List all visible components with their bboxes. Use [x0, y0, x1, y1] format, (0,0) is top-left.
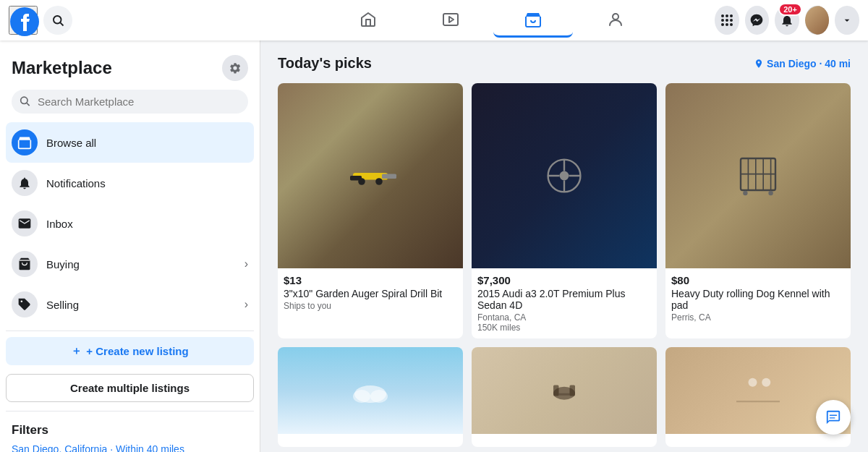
svg-point-7: [726, 14, 728, 17]
listing-image-drill-bit: [278, 83, 463, 268]
svg-rect-3: [443, 14, 458, 25]
sidebar-item-buying[interactable]: Buying ›: [6, 244, 254, 284]
nav-home-button[interactable]: [328, 3, 408, 38]
listing-card-drill-bit[interactable]: $13 3"x10" Garden Auger Spiral Drill Bit…: [278, 83, 463, 338]
svg-rect-21: [382, 174, 396, 179]
nav-marketplace-button[interactable]: [493, 3, 573, 38]
listing-image-room: [472, 347, 657, 434]
svg-point-40: [370, 390, 388, 403]
buying-icon: [12, 251, 38, 277]
svg-point-6: [721, 14, 724, 17]
listing-info-audi: $7,300 2015 Audi a3 2.0T Premium Plus Se…: [472, 268, 657, 338]
svg-point-13: [726, 23, 728, 26]
listing-card-audi[interactable]: $7,300 2015 Audi a3 2.0T Premium Plus Se…: [472, 83, 657, 338]
avatar-button[interactable]: [805, 6, 830, 35]
nav-profile-button[interactable]: [576, 3, 655, 38]
selling-arrow-icon: ›: [244, 298, 248, 311]
nav-watch-button[interactable]: [411, 3, 490, 38]
topnav-search-button[interactable]: [43, 6, 72, 35]
listing-sub2-audi: 150K miles: [477, 323, 651, 333]
svg-point-45: [749, 378, 757, 387]
selling-label: Selling: [46, 299, 79, 311]
sidebar-item-inbox[interactable]: Inbox: [6, 203, 254, 244]
sidebar-header: Marketplace: [6, 49, 254, 90]
svg-point-12: [721, 23, 724, 26]
sidebar-item-browse-all[interactable]: Browse all: [6, 122, 254, 163]
listing-sub1-audi: Fontana, CA: [477, 312, 651, 323]
svg-line-2: [60, 22, 63, 25]
location-text: San Diego · 40 mi: [767, 58, 851, 69]
marketplace-search-container: [12, 90, 248, 114]
inbox-icon: [12, 210, 38, 236]
listing-card-sky[interactable]: [278, 347, 463, 447]
notifications-button[interactable]: 20+: [775, 6, 799, 35]
listing-card-room[interactable]: [472, 347, 657, 447]
topnav-center: [269, 3, 715, 38]
buying-label: Buying: [46, 258, 80, 270]
main-content: Today's picks San Diego · 40 mi: [260, 40, 868, 452]
svg-point-39: [353, 390, 370, 403]
notifications-sidebar-icon: [12, 170, 38, 196]
svg-point-22: [358, 178, 365, 185]
listing-name-drill-bit: 3"x10" Garden Auger Spiral Drill Bit: [284, 288, 457, 299]
location-label[interactable]: San Diego · 40 mi: [754, 58, 851, 69]
listing-info-sky: [278, 434, 463, 447]
listing-info-drill-bit: $13 3"x10" Garden Auger Spiral Drill Bit…: [278, 268, 463, 317]
sidebar-divider-2: [6, 411, 254, 412]
settings-gear-button[interactable]: [222, 55, 248, 81]
svg-point-36: [743, 191, 747, 195]
listing-price-drill-bit: $13: [284, 274, 457, 286]
svg-point-11: [730, 19, 733, 22]
svg-point-37: [768, 191, 773, 195]
browse-all-label: Browse all: [46, 137, 96, 149]
sidebar: Marketplace Browse all: [0, 40, 260, 452]
svg-point-14: [730, 23, 733, 26]
browse-all-icon: [12, 129, 38, 155]
svg-point-10: [726, 19, 728, 22]
listings-grid: $13 3"x10" Garden Auger Spiral Drill Bit…: [278, 83, 851, 447]
listing-info-interior: [665, 434, 851, 447]
create-listing-icon: ＋: [71, 344, 82, 358]
create-multiple-listings-button[interactable]: Create multiple listings: [6, 374, 254, 402]
listing-name-dog-kennel: Heavy Duty rolling Dog Kennel with pad: [671, 288, 845, 311]
svg-line-16: [27, 103, 30, 106]
svg-point-9: [721, 19, 724, 22]
sidebar-item-notifications[interactable]: Notifications: [6, 163, 254, 203]
marketplace-search-input[interactable]: [12, 90, 248, 114]
notification-badge: 20+: [778, 3, 802, 16]
account-chevron-button[interactable]: [835, 6, 859, 35]
svg-point-23: [375, 178, 383, 185]
svg-point-8: [730, 14, 733, 17]
listing-sub-dog-kennel: Perris, CA: [671, 312, 845, 323]
selling-icon: [12, 291, 38, 317]
picks-title: Today's picks: [278, 55, 372, 72]
sidebar-item-selling[interactable]: Selling ›: [6, 284, 254, 325]
picks-header: Today's picks San Diego · 40 mi: [278, 55, 851, 72]
listing-sub-drill-bit: Ships to you: [284, 301, 457, 311]
filter-location[interactable]: San Diego, California · Within 40 miles: [12, 443, 248, 452]
sidebar-divider-1: [6, 331, 254, 331]
fb-logo-button[interactable]: [9, 6, 38, 35]
svg-point-18: [21, 301, 23, 303]
compose-float-button[interactable]: [816, 400, 851, 435]
create-listing-button[interactable]: ＋ + Create new listing: [6, 337, 254, 365]
topnav-left: [9, 6, 269, 35]
listing-card-interior[interactable]: [665, 347, 851, 447]
notifications-sidebar-label: Notifications: [46, 177, 106, 189]
svg-rect-44: [570, 385, 576, 396]
buying-arrow-icon: ›: [244, 257, 248, 270]
listing-price-dog-kennel: $80: [671, 274, 845, 286]
create-multiple-label: Create multiple listings: [70, 382, 190, 394]
svg-point-25: [560, 171, 569, 181]
topnav-right: 20+: [715, 6, 859, 35]
messenger-button[interactable]: [745, 6, 770, 35]
avatar: [805, 6, 830, 35]
listing-info-dog-kennel: $80 Heavy Duty rolling Dog Kennel with p…: [665, 268, 851, 328]
menu-grid-button[interactable]: [715, 6, 739, 35]
listing-image-sky: [278, 347, 463, 434]
listing-card-dog-kennel[interactable]: $80 Heavy Duty rolling Dog Kennel with p…: [665, 83, 851, 338]
topnav: 20+: [0, 0, 868, 40]
svg-point-1: [54, 16, 61, 24]
svg-marker-4: [449, 17, 454, 22]
search-icon: [19, 95, 30, 108]
